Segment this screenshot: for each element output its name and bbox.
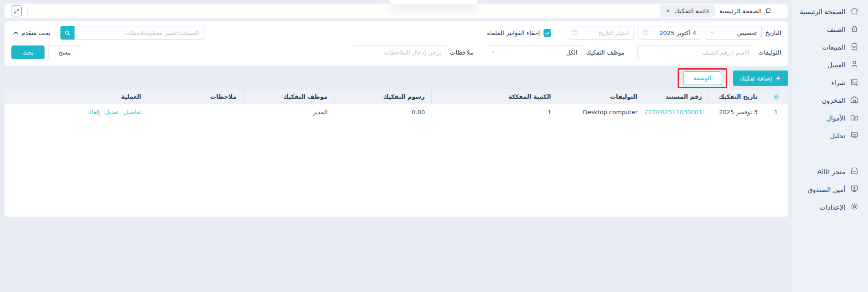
hide-cancelled-label: إخفاء الفواتير الملغاة [487,29,540,36]
combos-input[interactable] [637,45,754,59]
main-content: الصفحة الرئيسية قائمة التفكيك ✕ التاريخ … [0,0,792,292]
cell-disassembly-date: 3 نوفمبر 2025 [708,104,764,121]
purchase-icon [850,77,859,88]
add-disassembly-label: إضافة تفكيك [740,75,772,82]
disassembly-table: تاريخ التفكيك رقم المستند التوليفات الكم… [5,90,788,121]
calendar-icon [572,29,578,37]
row-index: 1 [764,104,788,121]
sidebar-item-purchase[interactable]: شراء [792,74,868,91]
header-disassembled-qty: الكمية المفككة [431,90,558,104]
tab-label: الصفحة الرئيسية [719,7,762,15]
date-from-picker[interactable]: 4 أكتوبر 2025 [638,26,701,40]
chevron-down-icon [491,49,496,56]
employee-select[interactable]: الكل [486,45,582,59]
table-row: 1 3 نوفمبر 2025 CFD202511030001 Desktop … [5,104,788,121]
recipe-button[interactable]: الوصفة [683,71,721,85]
date-mode-select[interactable]: تخصيص [705,26,762,40]
search-button[interactable]: بحث [11,45,45,59]
table-header-row: تاريخ التفكيك رقم المستند التوليفات الكم… [5,90,788,104]
date-to-picker[interactable]: اختيار التاريخ [567,26,634,40]
inventory-icon [850,95,859,106]
sidebar-item-label: الإعدادات [819,204,845,211]
document-number-link[interactable]: CFD202511030001 [645,109,702,116]
cell-combination: Desktop computer [558,104,644,121]
checkbox-checked-icon[interactable] [544,29,551,37]
sidebar-item-product[interactable]: الصنف [792,20,868,38]
add-disassembly-button[interactable]: + إضافة تفكيك [733,70,788,86]
sidebar-item-sales[interactable]: المبيعات [792,38,868,56]
filter-buttons-group: مسح بحث [11,45,81,59]
header-operation: العملية [5,90,148,104]
notes-label: ملاحظات [450,49,474,56]
analysis-icon [850,131,859,141]
advanced-search-label: بحث متقدم [21,29,50,36]
header-disassembly-fee: رسوم التفكيك [334,90,431,104]
settings-gear-icon [850,202,859,212]
sidebar-item-analysis[interactable]: تحليل [792,127,868,145]
expand-button[interactable] [11,5,22,16]
highlight-red-box: الوصفة [678,68,727,88]
sidebar-item-label: المبيعات [822,44,845,51]
notes-input[interactable] [351,45,446,59]
edit-link[interactable]: تعديل [105,109,119,116]
clear-button[interactable]: مسح [48,45,81,59]
cell-disassembly-fee: 0.00 [334,104,431,121]
disassembly-table-card: تاريخ التفكيك رقم المستند التوليفات الكم… [5,90,788,217]
home-icon [850,6,859,17]
sales-clipboard-icon [850,42,859,52]
advanced-search-toggle[interactable]: بحث متقدم [13,29,50,36]
date-to-placeholder: اختيار التاريخ [581,30,629,36]
chevron-down-icon [710,30,715,36]
filter-panel: التاريخ تخصيص 4 أكتوبر 2025 اختيار التار… [5,21,788,66]
tooltip-remnant [389,0,478,4]
sidebar-item-label: المخزون [822,97,845,104]
tab-disassembly-list[interactable]: قائمة التفكيك ✕ [660,5,715,17]
sidebar-item-cashier[interactable]: أمين الصندوق [792,181,868,198]
divider [27,7,28,15]
gear-icon[interactable] [773,93,780,101]
header-disassembly-employee: موظف التفكيك [243,90,334,104]
header-disassembly-date: تاريخ التفكيك [708,90,764,104]
tab-bar: الصفحة الرئيسية قائمة التفكيك ✕ [5,4,788,18]
date-mode-value: تخصيص [737,30,757,36]
cell-disassembled-qty: 1 [431,104,558,121]
sidebar-item-customer[interactable]: العميل [792,56,868,74]
sidebar-item-label: العميل [828,61,845,69]
details-link[interactable]: تفاصيل [124,109,141,116]
calendar-icon [643,29,649,37]
close-icon[interactable]: ✕ [666,9,670,14]
date-from-value: 4 أكتوبر 2025 [652,30,696,36]
tab-label: قائمة التفكيك [675,7,709,15]
sidebar-item-funds[interactable]: الأموال [792,109,868,127]
store-icon [850,166,859,177]
filter-row-1: التاريخ تخصيص 4 أكتوبر 2025 اختيار التار… [11,26,781,40]
cashier-icon [850,184,859,195]
tab-home[interactable]: الصفحة الرئيسية [715,5,776,17]
date-label: التاريخ [765,29,781,36]
sidebar-item-store[interactable]: متجر Ailit [792,163,868,181]
sidebar-item-settings[interactable]: الإعدادات [792,198,868,216]
plus-icon: + [775,75,781,82]
sidebar-item-label: متجر Ailit [817,168,845,176]
app-root: الصفحة الرئيسية الصنف المبيعات العميل شر… [0,0,868,292]
expand-icon [14,8,20,14]
combos-label: التوليفات [758,49,781,56]
filter-row-2: التوليفات موظف التفكيك الكل ملاحظات مسح … [11,45,781,59]
sidebar: الصفحة الرئيسية الصنف المبيعات العميل شر… [792,0,868,292]
item-bag-icon [850,24,859,35]
employee-value: الكل [566,49,578,56]
sidebar-item-label: أمين الصندوق [808,186,845,193]
sidebar-spacer [792,145,868,163]
sidebar-item-label: الصفحة الرئيسية [800,8,845,15]
sidebar-item-inventory[interactable]: المخزون [792,91,868,109]
search-icon [64,30,71,36]
header-document-number: رقم المستند [644,90,708,104]
header-combinations: التوليفات [558,90,644,104]
cancel-link[interactable]: إلغاء [89,109,100,116]
hide-cancelled-checkbox-group[interactable]: إخفاء الفواتير الملغاة [487,29,551,37]
employee-label: موظف التفكيك [586,49,624,56]
quick-search-input[interactable] [75,26,204,40]
home-icon [765,7,772,15]
sidebar-item-home[interactable]: الصفحة الرئيسية [792,3,868,20]
search-icon-button[interactable] [60,26,75,40]
